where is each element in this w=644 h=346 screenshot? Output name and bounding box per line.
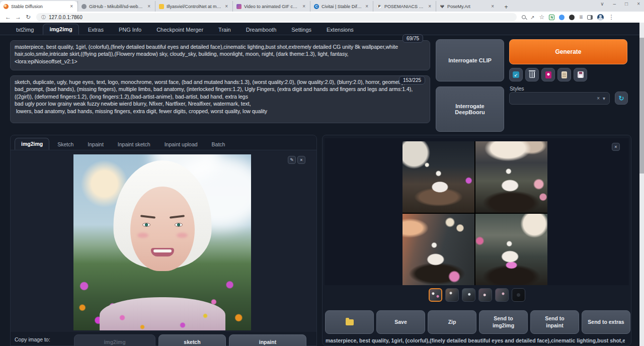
mode-tab-inpaint[interactable]: Inpaint <box>82 139 110 150</box>
zip-button[interactable]: Zip <box>428 310 476 334</box>
mode-tab-img2img[interactable]: img2img <box>15 138 49 150</box>
send-to-extras-button[interactable]: Send to extras <box>582 310 630 334</box>
reload-icon[interactable]: ↻ <box>23 14 33 21</box>
tab-settings[interactable]: Settings <box>285 25 317 35</box>
scrollbar-thumb[interactable] <box>639 38 644 174</box>
browser-tab-controlnet[interactable]: Illyasviel/ControlNet at main × <box>155 1 232 12</box>
controlnet-favicon <box>159 4 164 9</box>
thumbnail-5[interactable] <box>495 288 509 302</box>
tab-img2img[interactable]: img2img <box>43 24 78 35</box>
extension-blue-icon[interactable] <box>559 15 565 20</box>
result-image-2[interactable] <box>475 141 547 213</box>
girl-torso <box>100 297 225 330</box>
tab-close-icon[interactable]: × <box>301 4 306 9</box>
tab-close-icon[interactable]: × <box>427 4 432 9</box>
paste-params-button[interactable]: ↙ <box>509 68 523 81</box>
tab-extensions[interactable]: Extensions <box>320 25 360 35</box>
interrogate-clip-button[interactable]: Interrogate CLIP <box>436 39 504 81</box>
address-bar[interactable]: ⓘ 127.0.0.1:7860 <box>36 13 517 21</box>
tab-close-icon[interactable]: × <box>364 4 369 9</box>
copy-to-sketch-button[interactable]: sketch <box>158 334 226 346</box>
browser-tab-github[interactable]: GitHub - Mikubill/sd-webui-con × <box>77 1 155 12</box>
thumbnail-1-selected[interactable] <box>429 288 442 302</box>
tab-dreambooth[interactable]: Dreambooth <box>240 25 283 35</box>
mode-tab-inpaint-sketch[interactable]: Inpaint sketch <box>112 139 156 150</box>
site-info-icon[interactable]: ⓘ <box>41 14 46 21</box>
tab-title: Illyasviel/ControlNet at main <box>167 4 221 9</box>
back-icon[interactable]: ← <box>3 14 13 21</box>
open-folder-button[interactable] <box>325 310 374 334</box>
mode-tab-inpaint-upload[interactable]: Inpaint upload <box>158 139 204 150</box>
send-to-inpaint-button[interactable]: Send to inpaint <box>530 310 579 334</box>
thumbnail-2[interactable] <box>445 288 459 302</box>
clear-styles-icon[interactable]: × <box>597 96 600 101</box>
profile-avatar[interactable] <box>597 14 604 21</box>
tab-checkpoint-merger[interactable]: Checkpoint Merger <box>150 25 209 35</box>
gallery-actions: Save Zip Send to img2img Send to inpaint… <box>325 310 630 334</box>
url-text: 127.0.0.1:7860 <box>49 15 83 20</box>
thumbnail-6[interactable] <box>512 288 525 302</box>
zoom-icon[interactable] <box>522 15 526 19</box>
window-minimize-button[interactable]: – <box>613 1 616 7</box>
source-image[interactable] <box>73 154 251 330</box>
prompt-input[interactable]: masterpiece, best quality, 1girl, (color… <box>10 40 430 70</box>
window-close-button[interactable]: × <box>637 1 640 7</box>
mode-tab-batch[interactable]: Batch <box>206 139 231 150</box>
window-maximize-button[interactable]: □ <box>625 1 628 7</box>
mode-tab-sketch[interactable]: Sketch <box>51 139 79 150</box>
copy-to-inpaint-button[interactable]: inpaint <box>229 334 306 346</box>
generate-button[interactable]: Generate <box>509 39 627 64</box>
extension-dark-icon[interactable] <box>569 15 575 20</box>
tab-train[interactable]: Train <box>212 25 237 35</box>
extension-n-icon[interactable]: N <box>549 15 554 20</box>
result-image-grid[interactable] <box>403 141 547 285</box>
bookmark-star-icon[interactable]: ☆ <box>539 14 544 21</box>
close-gallery-icon[interactable]: × <box>612 143 620 151</box>
forward-icon[interactable]: → <box>13 14 23 21</box>
result-image-4[interactable] <box>475 214 547 285</box>
thumbnail-3[interactable] <box>462 288 475 302</box>
remove-image-icon[interactable]: × <box>297 156 305 164</box>
new-tab-button[interactable]: + <box>502 3 511 12</box>
browser-tab-stable-diffusion[interactable]: Stable Diffusion × <box>0 1 77 12</box>
edit-image-icon[interactable]: ✎ <box>288 156 296 164</box>
extra-networks-icon <box>545 71 551 78</box>
thumbnail-4[interactable] <box>478 288 492 302</box>
tab-close-icon[interactable]: × <box>224 4 229 9</box>
extra-networks-button[interactable] <box>541 68 555 81</box>
result-image-1[interactable] <box>403 141 474 213</box>
interrogate-deepbooru-button[interactable]: Interrogate DeepBooru <box>436 86 504 132</box>
tab-search-icon[interactable]: ∨ <box>600 1 604 7</box>
side-panel-icon[interactable] <box>587 15 593 20</box>
tab-png-info[interactable]: PNG Info <box>113 25 147 35</box>
tab-txt2img[interactable]: txt2img <box>10 25 40 35</box>
tab-title: Video to animated GIF converter <box>244 4 299 9</box>
prompt-token-counter: 69/75 <box>403 34 423 43</box>
save-button[interactable]: Save <box>376 310 425 334</box>
result-image-3[interactable] <box>403 214 474 285</box>
gallery-thumbnails <box>323 288 631 302</box>
negative-prompt-input[interactable]: sketch, duplicate, ugly, huge eyes, text… <box>10 75 430 123</box>
clear-prompt-button[interactable] <box>525 68 539 81</box>
send-to-img2img-button[interactable]: Send to img2img <box>479 310 528 334</box>
copy-to-img2img-button[interactable]: img2img <box>74 334 155 346</box>
browser-menu-icon[interactable]: ⋮ <box>608 14 614 21</box>
browser-tab-posemyart[interactable]: Ψ PoseMy.Art × <box>436 1 499 12</box>
tab-close-icon[interactable]: × <box>146 4 151 9</box>
tab-extras[interactable]: Extras <box>82 25 110 35</box>
styles-dropdown[interactable]: × ▾ <box>509 92 610 105</box>
page-scrollbar[interactable] <box>639 23 644 346</box>
copy-image-label: Copy image to: <box>15 336 74 342</box>
share-icon[interactable]: ↗ <box>530 15 534 20</box>
civitai-favicon: C <box>314 4 319 9</box>
refresh-styles-button[interactable]: ↻ <box>615 92 628 105</box>
tab-close-icon[interactable]: × <box>69 4 74 9</box>
apply-styles-button[interactable] <box>557 68 571 81</box>
browser-tab-gif-converter[interactable]: Video to animated GIF converter × <box>232 1 310 12</box>
browser-tab-civitai[interactable]: C Civitai | Stable Diffusion models × <box>310 1 373 12</box>
reading-list-icon[interactable]: ≡ <box>579 14 583 21</box>
save-style-button[interactable] <box>574 68 587 81</box>
browser-tab-posemaniacs[interactable]: P POSEMANIACS - Royalty free 3 × <box>373 1 436 12</box>
tab-close-icon[interactable]: × <box>490 4 495 9</box>
browser-tabstrip: Stable Diffusion × GitHub - Mikubill/sd-… <box>0 0 644 12</box>
